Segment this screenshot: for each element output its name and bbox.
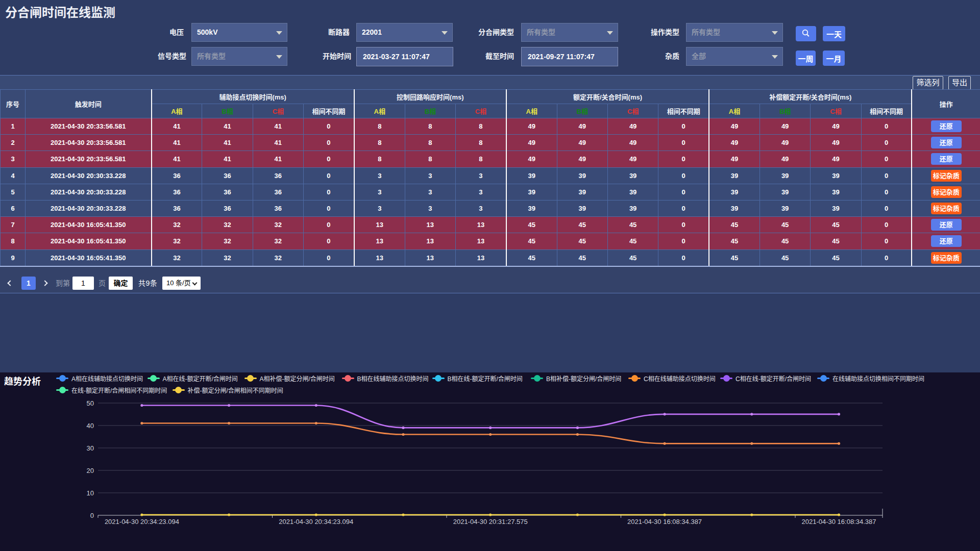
svg-text:2021-04-30 20:34:23.094: 2021-04-30 20:34:23.094: [279, 518, 353, 525]
svg-text:0: 0: [90, 512, 94, 519]
svg-text:40: 40: [87, 422, 94, 430]
svg-text:20: 20: [87, 467, 94, 474]
svg-text:2021-04-30 16:08:34.387: 2021-04-30 16:08:34.387: [801, 518, 876, 525]
svg-text:50: 50: [87, 399, 94, 407]
svg-text:30: 30: [87, 444, 94, 452]
svg-text:2021-04-30 20:34:23.094: 2021-04-30 20:34:23.094: [105, 518, 179, 525]
svg-text:10: 10: [87, 489, 94, 497]
svg-text:2021-04-30 16:08:34.387: 2021-04-30 16:08:34.387: [627, 518, 702, 525]
svg-text:2021-04-30 20:31:27.575: 2021-04-30 20:31:27.575: [453, 518, 528, 525]
